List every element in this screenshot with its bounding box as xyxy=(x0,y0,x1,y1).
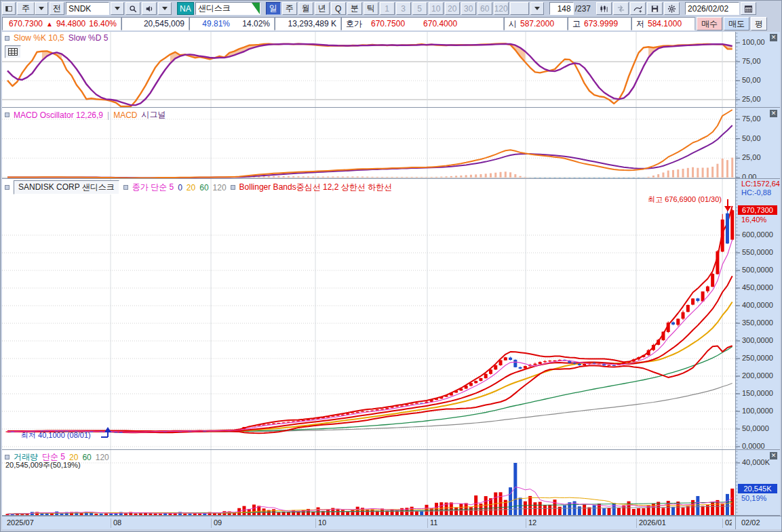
vol-ma60-label: 60 xyxy=(82,453,91,462)
bid-price: 670.4000 xyxy=(423,19,457,28)
axis-tick-label: 50,0000 xyxy=(742,424,769,432)
symbol-dropdown-arrow[interactable] xyxy=(111,2,124,15)
minute-button-10[interactable]: 10 xyxy=(429,2,444,15)
period-button-주[interactable]: 주 xyxy=(282,2,297,15)
layout-icon[interactable] xyxy=(2,2,16,15)
boll-collapse-button[interactable] xyxy=(231,185,235,190)
trendline-icon[interactable] xyxy=(630,2,646,15)
axis-tick-label: 300,0000 xyxy=(742,336,773,344)
period-button-년[interactable]: 년 xyxy=(315,2,330,15)
volume-panel[interactable]: 거래량 단순 5 20 60 120 20,545,009주(50,19%) xyxy=(2,450,735,516)
stoch-d-label: Slow %D 5 xyxy=(69,33,109,43)
grid-table-icon[interactable] xyxy=(5,45,21,58)
speaker-dropdown-arrow[interactable] xyxy=(158,2,172,15)
name-corner-icon xyxy=(252,3,260,14)
axis-tick-label: 100,0000 xyxy=(742,407,773,415)
ask-price: 670.7500 xyxy=(371,19,405,28)
panel-collapse-button[interactable] xyxy=(5,455,9,459)
close-panel-icon[interactable]: ✕ xyxy=(770,452,777,459)
axis-tick-label: 50,00 xyxy=(742,134,761,142)
period-button-Q[interactable]: Q xyxy=(331,2,346,15)
high-price: 673.9999 xyxy=(584,19,618,28)
high-label: 고 xyxy=(572,18,581,30)
buy-button[interactable]: 매수 xyxy=(697,17,722,30)
minute-mode-button[interactable]: 분 xyxy=(347,2,362,15)
axis-tick-label: 25,00 xyxy=(742,95,761,103)
stochastic-panel[interactable]: Slow %K 10,5 Slow %D 5 xyxy=(2,32,735,108)
date-axis-label: 2026/01 xyxy=(636,518,666,528)
stochastic-axis[interactable]: ✕ 100,0075,0050,0025,00 xyxy=(735,32,780,108)
axis-tick-label: 450,0000 xyxy=(742,283,773,291)
sell-button[interactable]: 매도 xyxy=(724,17,749,30)
current-pct-label: 16,40% xyxy=(741,216,766,224)
compare-icon[interactable] xyxy=(613,2,629,15)
minute-dropdown-arrow[interactable] xyxy=(530,2,544,15)
minute-button-120[interactable]: 120 xyxy=(494,2,509,15)
trading-app-window: 주 전 NA 샌디스크 일주월년Q 분 틱 13510203060120 /23… xyxy=(0,0,782,532)
save-icon[interactable] xyxy=(647,2,663,15)
settings-gear-icon[interactable] xyxy=(664,2,680,15)
symbol-input[interactable] xyxy=(66,2,109,15)
symbol-box[interactable]: SANDISK CORP 샌디스크 xyxy=(14,180,119,195)
ratio2: 14.02% xyxy=(242,19,270,28)
price-panel[interactable]: SANDISK CORP 샌디스크 종가 단순 5 0 20 60 120 Bo… xyxy=(2,179,735,450)
macd-label: MACD xyxy=(113,110,137,120)
axis-tick-label: 350,0000 xyxy=(742,319,773,327)
vol-ma120-label: 120 xyxy=(96,453,109,462)
date-axis[interactable]: 2025/0708091011122026/0102 xyxy=(2,516,735,529)
period-combo[interactable]: 주 xyxy=(17,2,48,15)
period-button-월[interactable]: 월 xyxy=(298,2,313,15)
hoga-label: 호가 xyxy=(346,18,362,30)
stoch-k-label: Slow %K 10,5 xyxy=(14,33,64,43)
last-price: 670.7300 xyxy=(9,19,43,28)
tick-mode-button[interactable]: 틱 xyxy=(364,2,378,15)
symbol-name-field[interactable]: 샌디스크 xyxy=(195,2,260,15)
price-change: 94.4800 xyxy=(56,19,85,28)
volume-axis[interactable]: ✕ 20,545K 50,19% 40,000K xyxy=(735,450,780,516)
low-price: 584.1000 xyxy=(648,19,682,28)
ma120-label: 120 xyxy=(213,183,227,192)
period-button-일[interactable]: 일 xyxy=(266,2,281,15)
minute-button-1[interactable]: 1 xyxy=(380,2,395,15)
minute-button-3[interactable]: 3 xyxy=(396,2,411,15)
axis-tick-label: 250,0000 xyxy=(742,354,773,362)
axis-tick-label: 550,0000 xyxy=(742,248,773,256)
jeon-button[interactable]: 전 xyxy=(50,2,64,15)
minute-button-20[interactable]: 20 xyxy=(445,2,460,15)
last-date-label: 02/02 xyxy=(741,518,760,527)
up-arrow-icon: ▲ xyxy=(46,20,53,28)
minute-button-60[interactable]: 60 xyxy=(477,2,492,15)
calendar-icon[interactable] xyxy=(741,2,756,15)
macd-panel[interactable]: MACD Oscillator 12,26,9 | MACD 시그널 xyxy=(2,108,735,179)
axis-tick-label: 600,0000 xyxy=(742,230,773,239)
chart-type-icon[interactable] xyxy=(596,2,612,15)
minute-custom-button[interactable] xyxy=(510,2,529,15)
ma-collapse-button[interactable] xyxy=(123,185,128,190)
speaker-button[interactable] xyxy=(142,2,157,15)
candle-total-label: /237 xyxy=(575,4,591,14)
close-panel-icon[interactable]: ✕ xyxy=(770,110,777,117)
panel-collapse-button[interactable] xyxy=(5,112,9,117)
ma20-label: 20 xyxy=(187,183,195,192)
macd-signal-label: 시그널 xyxy=(142,109,166,121)
close-panel-icon[interactable]: ✕ xyxy=(770,34,777,41)
period-combo-value: 주 xyxy=(17,2,35,15)
minute-button-5[interactable]: 5 xyxy=(412,2,427,15)
avg-button[interactable]: 평 xyxy=(751,17,767,30)
price-axis[interactable]: LC:1572,64 HC:-0,88 670,7300 16,40% 600,… xyxy=(735,179,780,450)
low-label: 저 xyxy=(636,18,644,30)
candle-count-input[interactable] xyxy=(549,2,574,15)
toolbar: 주 전 NA 샌디스크 일주월년Q 분 틱 13510203060120 /23… xyxy=(1,1,781,16)
minute-button-30[interactable]: 30 xyxy=(461,2,476,15)
macd-axis[interactable]: ✕ 75,0050,0025,000,00 xyxy=(735,108,780,179)
current-volume-badge: 20,545K xyxy=(738,484,777,493)
date-axis-label: 08 xyxy=(111,518,121,528)
price-change-pct: 16.40% xyxy=(89,19,117,28)
panel-collapse-button[interactable] xyxy=(5,185,9,190)
axis-tick-label: 0,00 xyxy=(742,173,756,179)
quote-bar: 670.7300 ▲ 94.4800 16.40% 20,545,009 49.… xyxy=(1,16,781,31)
date-input[interactable] xyxy=(685,2,739,15)
current-price-badge: 670,7300 xyxy=(738,205,777,215)
search-button[interactable] xyxy=(125,2,140,15)
panel-collapse-button[interactable] xyxy=(5,36,9,41)
